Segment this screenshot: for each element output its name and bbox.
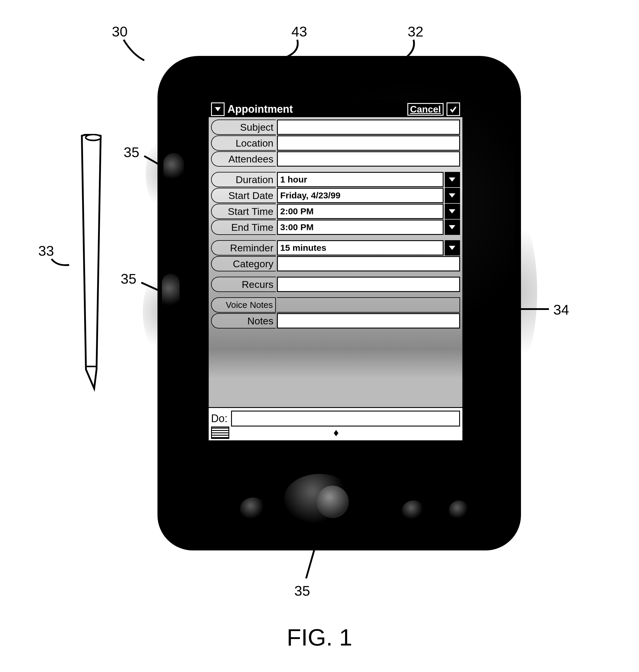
appointment-form: Subject Location Attendees Duration 1 ho… — [209, 117, 463, 407]
hw-button-left[interactable] — [240, 498, 266, 521]
row-duration: Duration 1 hour — [211, 172, 460, 187]
label-subject: Subject — [211, 120, 276, 135]
svg-marker-9 — [449, 193, 455, 198]
svg-point-6 — [85, 135, 101, 140]
callout-30: 30 — [112, 24, 127, 40]
hw-button-right[interactable] — [449, 500, 469, 521]
svg-marker-10 — [449, 209, 455, 214]
select-endtime[interactable]: 3:00 PM — [277, 220, 443, 235]
select-startdate[interactable]: Friday, 4/23/99 — [277, 188, 443, 203]
svg-marker-7 — [215, 107, 221, 111]
label-starttime: Start Time — [211, 204, 276, 219]
svg-marker-8 — [449, 177, 455, 182]
svg-marker-11 — [449, 225, 455, 229]
input-attendees[interactable] — [277, 151, 460, 167]
row-subject: Subject — [211, 120, 460, 135]
input-subject[interactable] — [277, 120, 460, 135]
callout-43: 43 — [291, 24, 307, 40]
row-do: Do: — [211, 411, 460, 426]
label-voicenotes: Voice Notes — [211, 297, 276, 313]
row-notes: Notes — [211, 313, 460, 328]
row-attendees: Attendees — [211, 151, 460, 167]
cancel-button[interactable]: Cancel — [407, 103, 443, 116]
label-endtime: End Time — [211, 220, 276, 235]
title-bar: Appointment Cancel — [209, 101, 463, 117]
menu-icon[interactable] — [211, 103, 224, 116]
dropdown-starttime-icon[interactable] — [445, 204, 460, 219]
row-location: Location — [211, 136, 460, 151]
input-do[interactable] — [231, 411, 460, 426]
row-endtime: End Time 3:00 PM — [211, 220, 460, 235]
row-reminder: Reminder 15 minutes — [211, 240, 460, 255]
dropdown-endtime-icon[interactable] — [445, 220, 460, 235]
dpad-center-button[interactable] — [316, 486, 349, 518]
row-starttime: Start Time 2:00 PM — [211, 204, 460, 219]
row-recurs: Recurs — [211, 277, 460, 292]
dropdown-duration-icon[interactable] — [445, 172, 460, 187]
select-starttime[interactable]: 2:00 PM — [277, 204, 443, 219]
side-button-lower[interactable] — [162, 274, 180, 315]
callout-33: 33 — [38, 243, 54, 259]
select-reminder[interactable]: 15 minutes — [277, 240, 443, 255]
hw-button-mid[interactable] — [402, 500, 425, 521]
label-location: Location — [211, 136, 276, 151]
ok-button[interactable] — [447, 103, 460, 116]
callout-35b: 35 — [121, 271, 136, 287]
select-duration[interactable]: 1 hour — [277, 172, 443, 187]
row-startdate: Start Date Friday, 4/23/99 — [211, 188, 460, 203]
input-recurs[interactable] — [277, 277, 460, 292]
label-startdate: Start Date — [211, 188, 276, 203]
figure-caption: FIG. 1 — [287, 624, 352, 651]
svg-marker-12 — [449, 246, 455, 250]
input-location[interactable] — [277, 136, 460, 151]
keyboard-icon[interactable] — [211, 426, 229, 439]
label-duration: Duration — [211, 172, 276, 187]
label-category: Category — [211, 256, 276, 271]
label-recurs: Recurs — [211, 277, 276, 292]
svg-marker-4 — [82, 134, 101, 389]
input-notes[interactable] — [277, 313, 460, 328]
callout-32: 32 — [408, 24, 423, 40]
callout-34: 34 — [554, 302, 569, 318]
row-category: Category — [211, 256, 460, 271]
label-reminder: Reminder — [211, 240, 276, 255]
dropdown-reminder-icon[interactable] — [445, 240, 460, 255]
field-voicenotes[interactable] — [277, 297, 460, 313]
scroll-updown-icon[interactable]: ♦ — [333, 426, 338, 439]
side-button-upper[interactable] — [163, 153, 184, 185]
dropdown-startdate-icon[interactable] — [445, 188, 460, 203]
window-title: Appointment — [228, 103, 293, 115]
input-category[interactable] — [277, 256, 460, 271]
label-attendees: Attendees — [211, 151, 276, 167]
command-bar: Do: ♦ — [209, 407, 463, 440]
pda-device: Appointment Cancel Subject Location Atte… — [157, 56, 521, 550]
callout-35c: 35 — [294, 583, 310, 599]
label-notes: Notes — [211, 313, 276, 328]
label-do: Do: — [211, 412, 228, 425]
touch-screen[interactable]: Appointment Cancel Subject Location Atte… — [207, 100, 464, 441]
callout-35a: 35 — [124, 144, 139, 160]
stylus — [68, 134, 115, 399]
row-voicenotes: Voice Notes — [211, 297, 460, 313]
